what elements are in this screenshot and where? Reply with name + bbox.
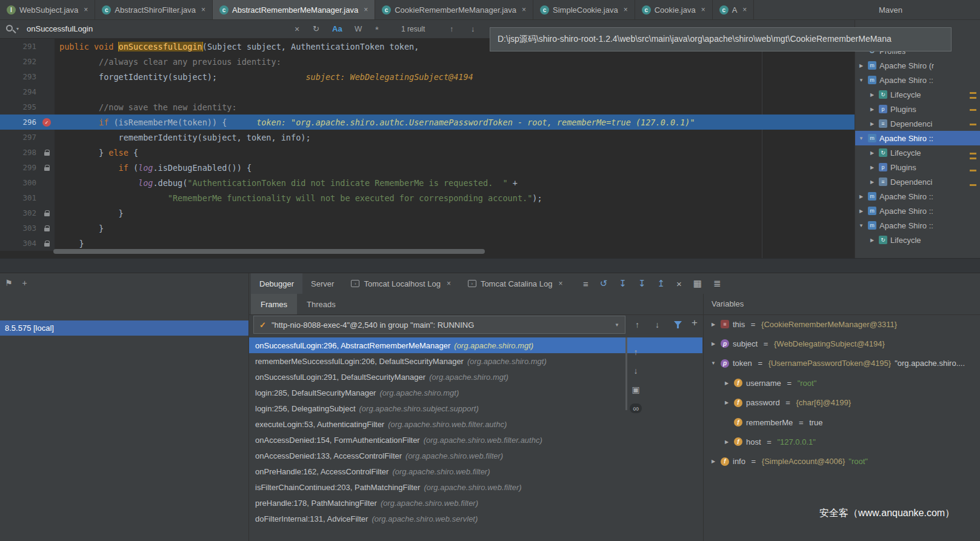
editor-tab-cookie-java[interactable]: cCookie.java× [635, 0, 713, 19]
maven-item-dependenci[interactable]: ▶≡Dependenci [855, 174, 980, 189]
editor-tab-a[interactable]: cA× [713, 0, 755, 19]
stack-frame[interactable]: onAccessDenied:154, FormAuthenticationFi… [249, 432, 702, 448]
chevron-right-icon[interactable]: ▶ [868, 121, 876, 127]
close-icon[interactable]: × [84, 5, 88, 14]
frame-down-icon[interactable]: ↓ [655, 320, 659, 330]
maven-item-lifecycle[interactable]: ▶↻Lifecycle [855, 87, 980, 102]
pin-icon[interactable]: ⚑ [5, 278, 13, 288]
close-icon[interactable]: × [364, 5, 368, 14]
gutter[interactable]: 295 [0, 99, 55, 115]
close-session-icon[interactable]: × [676, 279, 682, 289]
watch-values-icon[interactable]: ∞ [630, 403, 642, 413]
restore-layout-icon[interactable]: ↺ [600, 278, 608, 289]
close-icon[interactable]: × [201, 5, 205, 14]
close-icon[interactable]: × [701, 5, 705, 14]
close-icon[interactable]: × [624, 5, 628, 14]
chevron-right-icon[interactable]: ▶ [868, 237, 876, 243]
variable-info[interactable]: ▶finfo = {SimpleAccount@4006} "root" [704, 452, 980, 471]
search-history-caret-icon[interactable]: ▾ [16, 26, 19, 32]
close-icon[interactable]: × [522, 5, 526, 14]
gutter[interactable]: 291 [0, 39, 55, 54]
chevron-down-icon[interactable]: ▼ [858, 78, 865, 83]
upload-icon[interactable]: ↥ [658, 278, 665, 289]
gutter[interactable]: 304 [0, 236, 55, 251]
match-case-toggle[interactable]: Aa [332, 24, 342, 33]
gutter[interactable]: 299 [0, 160, 55, 175]
scroll-up-icon[interactable]: ↑ [634, 347, 638, 357]
variable-username[interactable]: ▶fusername = "root" [704, 373, 980, 393]
chevron-right-icon[interactable]: ▶ [723, 380, 730, 386]
maven-item-apache-shiro-[interactable]: ▶mApache Shiro :: [855, 204, 980, 218]
chevron-right-icon[interactable]: ▶ [710, 459, 717, 464]
gutter[interactable]: 300 [0, 175, 55, 190]
chevron-right-icon[interactable]: ▶ [868, 92, 876, 98]
close-icon[interactable]: × [742, 5, 747, 14]
chevron-right-icon[interactable]: ▶ [723, 400, 730, 405]
maven-item-apache-shiro-[interactable]: ▼mApache Shiro :: [855, 73, 980, 87]
chevron-right-icon[interactable]: ▶ [868, 165, 876, 170]
close-icon[interactable]: × [447, 279, 451, 288]
next-occurrence-icon[interactable]: ↓ [471, 24, 475, 33]
download-icon[interactable]: ↧ [619, 278, 627, 289]
filter-frames-icon[interactable] [674, 321, 682, 328]
maven-tool-button[interactable]: Maven [873, 0, 908, 19]
variable-rememberMe[interactable]: frememberMe = true [704, 413, 980, 432]
thread-dropdown[interactable]: ✓ "http-nio-8088-exec-4"@2,540 in group … [253, 316, 625, 334]
stack-frame[interactable]: isFilterChainContinued:203, PathMatching… [249, 479, 702, 495]
gutter[interactable]: 296✓ [0, 115, 55, 130]
download-alt-icon[interactable]: ↧ [638, 278, 646, 289]
search-icon[interactable] [6, 25, 13, 32]
maven-item-dependenci[interactable]: ▶≡Dependenci [855, 116, 980, 131]
view-tab-threads[interactable]: Threads [297, 294, 345, 314]
frames-scrollbar[interactable] [625, 337, 627, 410]
stack-frame[interactable]: doFilterInternal:131, AdviceFilter(org.a… [249, 511, 702, 526]
editor-tab-abstractshirofilter-java[interactable]: cAbstractShiroFilter.java× [95, 0, 213, 19]
prev-occurrence-icon[interactable]: ↑ [450, 24, 454, 33]
search-input[interactable]: onSuccessfulLogin [27, 24, 93, 33]
maven-item-apache-shiro-r[interactable]: ▶mApache Shiro (r [855, 58, 980, 73]
maven-item-apache-shiro-[interactable]: ▶mApache Shiro :: [855, 189, 980, 204]
chevron-right-icon[interactable]: ▶ [868, 107, 876, 112]
editor-tab-abstractremembermemanager-java[interactable]: cAbstractRememberMeManager.java× [213, 0, 375, 19]
hamburger-menu-icon[interactable]: ≡ [583, 279, 588, 289]
chevron-right-icon[interactable]: ▶ [723, 439, 730, 445]
variable-token[interactable]: ▼ptoken = {UsernamePasswordToken@4195} "… [704, 354, 980, 373]
breakpoint-icon[interactable]: ✓ [42, 118, 51, 127]
chevron-down-icon[interactable]: ▼ [710, 360, 717, 366]
chevron-right-icon[interactable]: ▶ [858, 194, 865, 199]
view-tab-frames[interactable]: Frames [251, 294, 297, 314]
variable-subject[interactable]: ▶psubject = {WebDelegatingSubject@4194} [704, 334, 980, 353]
maven-item-lifecycle[interactable]: ▶↻Lifecycle [855, 233, 980, 247]
gutter[interactable]: 303 [0, 221, 55, 236]
gutter[interactable]: 298 [0, 145, 55, 160]
editor-tab-websubject-java[interactable]: IWebSubject.java× [0, 0, 95, 19]
gutter[interactable]: 294 [0, 84, 55, 99]
close-icon[interactable]: × [558, 279, 562, 288]
maven-item-lifecycle[interactable]: ▶↻Lifecycle [855, 145, 980, 160]
tool-tab-tomcat-catalina-log[interactable]: ›Tomcat Catalina Log× [459, 273, 572, 294]
stack-frame[interactable]: onAccessDenied:133, AccessControlFilter(… [249, 448, 702, 463]
chevron-right-icon[interactable]: ▶ [710, 341, 717, 347]
tool-tab-debugger[interactable]: Debugger [251, 273, 302, 294]
frame-up-icon[interactable]: ↑ [635, 320, 639, 330]
clear-search-icon[interactable]: × [295, 24, 299, 34]
layout-grid-icon[interactable]: ▦ [693, 278, 702, 289]
chevron-down-icon[interactable]: ▼ [858, 223, 865, 228]
tool-tab-tomcat-localhost-log[interactable]: ›Tomcat Localhost Log× [342, 273, 459, 294]
chevron-right-icon[interactable]: ▶ [858, 208, 865, 214]
variable-password[interactable]: ▶fpassword = {char[6]@4199} [704, 393, 980, 413]
chevron-right-icon[interactable]: ▶ [868, 150, 876, 156]
editor-tab-cookieremembermemanager-java[interactable]: cCookieRememberMeManager.java× [375, 0, 533, 19]
search-filter-icon[interactable]: ↻ [313, 24, 319, 33]
stack-frame[interactable]: onPreHandle:162, AccessControlFilter(org… [249, 463, 702, 479]
tool-tab-server[interactable]: Server [302, 273, 342, 294]
maven-item-apache-shiro-[interactable]: ▼mApache Shiro :: [855, 131, 980, 145]
horizontal-scrollbar[interactable] [53, 249, 485, 254]
debug-session-item[interactable]: 8.5.575 [local] [0, 320, 248, 336]
code-editor[interactable]: 291public void onSuccessfulLogin(Subject… [0, 39, 855, 258]
settings-sliders-icon[interactable]: ≣ [713, 278, 721, 289]
gutter[interactable]: 297 [0, 130, 55, 145]
regex-toggle[interactable]: * [375, 24, 379, 35]
gutter[interactable]: 293 [0, 69, 55, 84]
scroll-down-icon[interactable]: ↓ [634, 366, 638, 376]
